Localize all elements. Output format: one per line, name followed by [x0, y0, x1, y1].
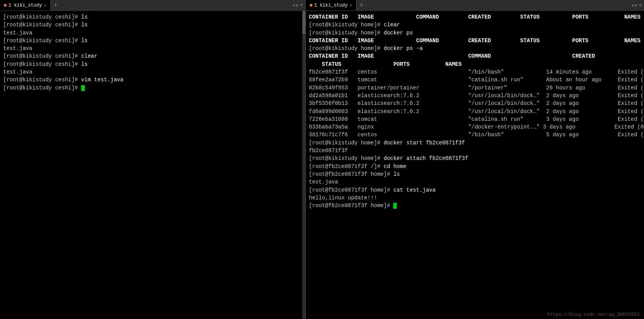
terminal-line: [root@kikistudy ceshi]# ls: [3, 21, 302, 29]
terminal-line: [root@kikistudy ceshi]# ls: [3, 13, 302, 21]
terminal-line: [root@kikistudy home]# docker ps: [309, 29, 641, 37]
terminal-line: [root@kikistudy ceshi]# vim test.java: [3, 76, 302, 84]
terminal-line: 38176c71c7f6 centos "/bin/bash" 5 days a…: [309, 131, 641, 139]
terminal-line: CONTAINER ID IMAGE COMMAND CREATED STATU…: [309, 13, 641, 21]
right-nav-menu[interactable]: ▼: [639, 3, 642, 8]
left-nav-prev[interactable]: ◀: [292, 2, 295, 8]
terminal-line: [root@fb2ce0871f3f /]# cd home: [309, 163, 641, 170]
terminal-line-cursor: [root@fb2ce0871f3f home]#: [309, 202, 641, 209]
right-terminal-pane: 1 kiki_study ✕ + ◀ ▶ ▼ CONTAINER ID IMAG…: [306, 0, 644, 319]
terminal-line: test.java: [3, 68, 302, 76]
main-content: 1 kiki_study ✕ + ◀ ▶ ▼ [root@kikistudy c…: [0, 0, 644, 319]
left-tab-nav: ◀ ▶ ▼: [290, 0, 305, 10]
terminal-line: [root@kikistudy home]# clear: [309, 21, 641, 29]
right-tab-close[interactable]: ✕: [349, 3, 352, 8]
terminal-line: fb2ce0871f3f: [309, 147, 641, 154]
right-tab-nav: ◀ ▶ ▼: [629, 0, 644, 10]
right-tab-label: 1 kiki_study: [314, 3, 348, 8]
left-tab-active[interactable]: 1 kiki_study ✕: [0, 0, 51, 10]
terminal-line: dd2a598a01b1 elasticsearch:7.6.2 "/usr/l…: [309, 92, 641, 99]
tab-dot-right: [310, 4, 312, 7]
left-nav-menu[interactable]: ▼: [300, 3, 303, 8]
watermark: https://blog.csdn.net/qq_38616503: [547, 312, 639, 317]
left-tab-close[interactable]: ✕: [44, 3, 46, 8]
tab-dot-left: [4, 4, 7, 7]
terminal-line: [root@kikistudy ceshi]# clear: [3, 52, 302, 60]
terminal-line: CONTAINER ID IMAGE COMMAND CREATED: [309, 52, 641, 60]
terminal-cursor-right: [393, 203, 397, 209]
left-scrollbar[interactable]: [302, 11, 305, 319]
right-nav-next[interactable]: ▶: [635, 2, 638, 8]
terminal-line: 68fee2aa72b9 tomcat "catalina.sh run" Ab…: [309, 76, 641, 84]
right-tab-bar: 1 kiki_study ✕ + ◀ ▶ ▼: [306, 0, 644, 11]
right-nav-prev[interactable]: ◀: [631, 2, 634, 8]
terminal-line: STATUS PORTS NAMES: [309, 60, 641, 68]
left-tab-add[interactable]: +: [51, 0, 61, 10]
left-scrollbar-thumb[interactable]: [302, 11, 305, 34]
left-terminal-pane: 1 kiki_study ✕ + ◀ ▶ ▼ [root@kikistudy c…: [0, 0, 306, 319]
terminal-cursor-left: [81, 85, 85, 91]
terminal-line: 3bf5356f0b13 elasticsearch:7.6.2 "/usr/l…: [309, 99, 641, 107]
terminal-line: [root@kikistudy home]# docker start fb2c…: [309, 139, 641, 147]
right-tab-active[interactable]: 1 kiki_study ✕: [306, 0, 356, 10]
terminal-line: fb2ce0871f3f centos "/bin/bash" 14 minut…: [309, 68, 641, 76]
terminal-line: [root@kikistudy home]# docker ps -a: [309, 45, 641, 52]
terminal-line: fd0a099d0603 elasticsearch:7.6.2 "/usr/l…: [309, 108, 641, 115]
right-terminal[interactable]: CONTAINER ID IMAGE COMMAND CREATED STATU…: [306, 11, 644, 319]
terminal-line: 02b8c549f953 portainer/portainer "/porta…: [309, 84, 641, 92]
terminal-line: [root@fb2ce0871f3f home]# ls: [309, 170, 641, 178]
terminal-line: [root@kikistudy home]# docker attach fb2…: [309, 154, 641, 162]
terminal-line: 7226eba31680 tomcat "catalina.sh run" 3 …: [309, 115, 641, 123]
terminal-line: CONTAINER ID IMAGE COMMAND CREATED STATU…: [309, 37, 641, 45]
terminal-line: 833baba73a5a nginx "/docker-entrypoint.……: [309, 123, 641, 131]
terminal-line: test.java: [309, 178, 641, 186]
terminal-line: test.java: [3, 29, 302, 37]
left-terminal[interactable]: [root@kikistudy ceshi]# ls [root@kikistu…: [0, 11, 306, 319]
right-tab-add[interactable]: +: [356, 0, 367, 10]
terminal-line: hello,linux update!!!: [309, 194, 641, 202]
terminal-line: [root@kikistudy ceshi]# ls: [3, 60, 302, 68]
terminal-line-cursor: [root@kikistudy ceshi]#: [3, 84, 302, 92]
terminal-line: [root@fb2ce0871f3f home]# cat test.java: [309, 186, 641, 194]
terminal-line: [root@kikistudy ceshi]# ls: [3, 37, 302, 45]
left-tab-label: 1 kiki_study: [9, 3, 42, 8]
left-tab-bar: 1 kiki_study ✕ + ◀ ▶ ▼: [0, 0, 305, 11]
left-nav-next[interactable]: ▶: [296, 2, 299, 8]
terminal-line: test.java: [3, 45, 302, 52]
